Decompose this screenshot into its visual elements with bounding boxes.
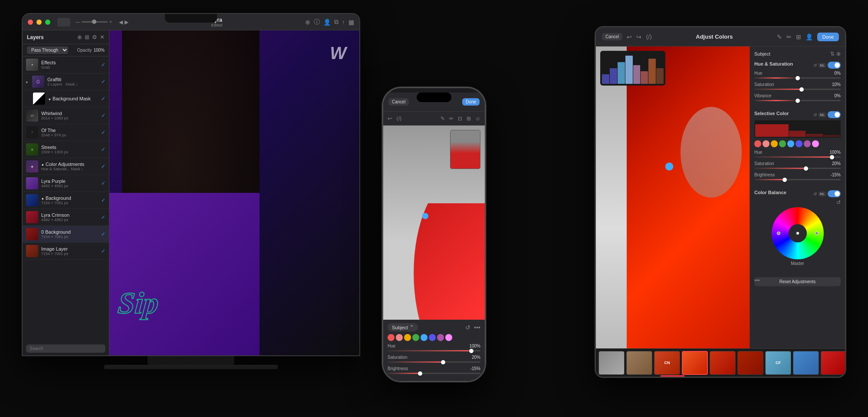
layer-check-graffiti[interactable]: ✓ bbox=[101, 79, 105, 85]
selcolor-reset-icon[interactable]: ↺ bbox=[813, 113, 817, 117]
selcolor-hue-slider[interactable] bbox=[754, 156, 841, 158]
layer-item-ofthe[interactable]: T Of The 2048 × 974 px ✓ bbox=[23, 124, 109, 141]
color-dot-purple[interactable] bbox=[804, 140, 811, 147]
layer-item-whirlwind[interactable]: W Whirlwind 2014 × 1080 px ✓ bbox=[23, 107, 109, 124]
color-wheel[interactable] bbox=[772, 207, 824, 259]
iphone-pen-icon[interactable]: ✎ bbox=[441, 116, 445, 122]
main-canvas[interactable]: Sip W bbox=[109, 30, 359, 355]
layer-check-effects[interactable]: ✓ bbox=[101, 62, 105, 68]
layer-item-lyracrimson[interactable]: Lyra Crimson 4482 × 4962 px ✓ bbox=[23, 209, 109, 226]
hue-thumb[interactable] bbox=[796, 76, 800, 80]
person-icon[interactable]: 👤 bbox=[323, 19, 331, 26]
iphone-hue-slider[interactable] bbox=[388, 350, 480, 351]
ipad-subject-arrows[interactable]: ⇅ bbox=[830, 51, 835, 57]
iphone-undo-icon[interactable]: ↩ bbox=[388, 116, 392, 122]
layer-settings-btn[interactable]: ⚙ bbox=[92, 34, 97, 40]
iphone-canvas[interactable]: ⬤ bbox=[383, 126, 485, 320]
selcolor-sat-slider[interactable] bbox=[754, 168, 841, 169]
iphone-bri-thumb[interactable] bbox=[418, 371, 422, 376]
layer-search-input[interactable] bbox=[26, 344, 105, 353]
layer-item-imagelayer[interactable]: Image Layer 7154 × 7061 px ✓ bbox=[23, 243, 109, 260]
color-dot-red[interactable] bbox=[754, 140, 761, 147]
film-thumb-selected[interactable] bbox=[682, 351, 708, 375]
layer-check-bg[interactable]: ✓ bbox=[101, 197, 105, 203]
color-dot-pink[interactable] bbox=[812, 140, 819, 147]
iphone-more-icon[interactable]: ••• bbox=[474, 324, 480, 331]
colorbal-reset-icon[interactable]: ↺ bbox=[813, 192, 817, 196]
colorbal-toggle[interactable] bbox=[828, 190, 841, 197]
layer-check-whirlwind[interactable]: ✓ bbox=[101, 113, 105, 119]
sidebar-toggle-icon[interactable] bbox=[57, 18, 70, 26]
ipad-pen-icon[interactable]: ✎ bbox=[777, 33, 782, 40]
iphone-cancel-button[interactable]: Cancel bbox=[388, 98, 409, 106]
iphone-dot-yellow[interactable] bbox=[404, 334, 411, 341]
hue-slider[interactable] bbox=[754, 77, 841, 79]
ipad-code-icon[interactable]: ⟨/⟩ bbox=[646, 33, 652, 40]
film-thumb-6[interactable] bbox=[737, 351, 763, 375]
iphone-dot-cyan[interactable] bbox=[421, 334, 427, 341]
film-thumb-2[interactable] bbox=[626, 351, 652, 375]
iphone-pencil-icon[interactable]: ✏ bbox=[449, 116, 454, 122]
traffic-light-fullscreen[interactable] bbox=[45, 20, 50, 25]
ipad-redo-icon[interactable]: ↪ bbox=[636, 33, 641, 40]
iphone-sat-thumb[interactable] bbox=[441, 360, 445, 364]
iphone-sat-slider[interactable] bbox=[388, 361, 480, 363]
iphone-dot-purple[interactable] bbox=[437, 334, 444, 341]
traffic-light-minimize[interactable] bbox=[36, 20, 42, 25]
vibrance-thumb[interactable] bbox=[796, 99, 800, 103]
colorbal-refresh[interactable]: ↺ bbox=[754, 199, 841, 205]
iphone-code-icon[interactable]: ⟨/⟩ bbox=[396, 116, 402, 122]
iphone-grid-icon[interactable]: ⊞ bbox=[467, 116, 471, 122]
saturation-thumb[interactable] bbox=[799, 87, 804, 92]
film-thumb-cn[interactable]: CN bbox=[654, 351, 680, 375]
more-icon[interactable]: ▦ bbox=[349, 19, 354, 26]
ipad-subject-add[interactable]: ⊕ bbox=[836, 51, 841, 57]
selcolor-toggle[interactable] bbox=[828, 111, 841, 118]
selcolor-bri-slider[interactable] bbox=[754, 179, 841, 180]
saturation-slider[interactable] bbox=[754, 89, 841, 90]
layer-item-bg[interactable]: ⬥ Background 7154 × 7061 px ✓ bbox=[23, 192, 109, 209]
color-dot-yellow[interactable] bbox=[771, 140, 778, 147]
iphone-refresh-icon[interactable]: ↺ bbox=[465, 324, 470, 331]
hue-sat-toggle[interactable] bbox=[828, 62, 841, 69]
color-dot-orange[interactable] bbox=[763, 140, 769, 147]
nav-arrows[interactable]: ◀ ▶ bbox=[119, 19, 128, 25]
ipad-done-button[interactable]: Done bbox=[817, 33, 839, 41]
color-dot-cyan[interactable] bbox=[787, 140, 794, 147]
traffic-light-close[interactable] bbox=[28, 20, 33, 25]
color-dot-green[interactable] bbox=[779, 140, 786, 147]
layer-item-effects[interactable]: ✦ Effects Grab ✓ bbox=[23, 56, 109, 73]
iphone-dot-pink[interactable] bbox=[445, 334, 452, 341]
layer-item-coloradj[interactable]: ◈ ⬥ Color Adjustments Hue & Saturati... … bbox=[23, 158, 109, 175]
iphone-dot-red[interactable] bbox=[388, 334, 395, 341]
film-thumb-9[interactable] bbox=[821, 351, 845, 375]
slider-control[interactable]: — + bbox=[76, 20, 112, 24]
layer-item-lyrapurple[interactable]: Lyra Purple 4482 × 4962 px ✓ bbox=[23, 175, 109, 192]
iphone-hue-thumb[interactable] bbox=[469, 349, 473, 353]
layer-item-bgmask[interactable]: ⬥ Background Mask ✓ bbox=[23, 90, 109, 107]
layer-check-streets[interactable]: ✓ bbox=[101, 146, 105, 152]
layer-check-coloradj[interactable]: ✓ bbox=[101, 163, 105, 169]
iphone-face-icon[interactable]: ☺ bbox=[475, 116, 480, 122]
iphone-done-button[interactable]: Done bbox=[462, 98, 480, 106]
layer-item-graffiti[interactable]: ▸ G Graffiti 2 Layers Mask ↓ ✓ bbox=[23, 73, 109, 90]
hue-sat-reset-icon[interactable]: ↺ bbox=[813, 63, 817, 68]
ipad-canvas[interactable]: ⬤ bbox=[596, 46, 750, 348]
vibrance-slider[interactable] bbox=[754, 100, 841, 101]
blend-mode-dropdown[interactable]: Pass Through bbox=[27, 46, 68, 54]
selcolor-bri-thumb[interactable] bbox=[783, 178, 787, 182]
ipad-grid-icon[interactable]: ⊞ bbox=[796, 33, 801, 40]
layer-check-lyrapurple[interactable]: ✓ bbox=[101, 180, 105, 186]
selcolor-hue-thumb[interactable] bbox=[830, 155, 834, 159]
color-dot-blue[interactable] bbox=[796, 140, 802, 147]
wheel-dot-center[interactable] bbox=[796, 231, 800, 235]
export-icon[interactable]: ↑ bbox=[342, 19, 345, 26]
film-thumb-1[interactable] bbox=[598, 351, 625, 375]
wheel-dot-left[interactable] bbox=[777, 232, 780, 235]
layer-check-bgmask[interactable]: ✓ bbox=[101, 96, 105, 102]
ipad-pencil-icon[interactable]: ✏ bbox=[786, 33, 792, 40]
ipad-undo-icon[interactable]: ↩ bbox=[627, 33, 632, 40]
iphone-crop-icon[interactable]: ⊡ bbox=[458, 116, 462, 122]
ipad-person-icon[interactable]: 👤 bbox=[806, 33, 813, 40]
iphone-dot-blue[interactable] bbox=[429, 334, 436, 341]
